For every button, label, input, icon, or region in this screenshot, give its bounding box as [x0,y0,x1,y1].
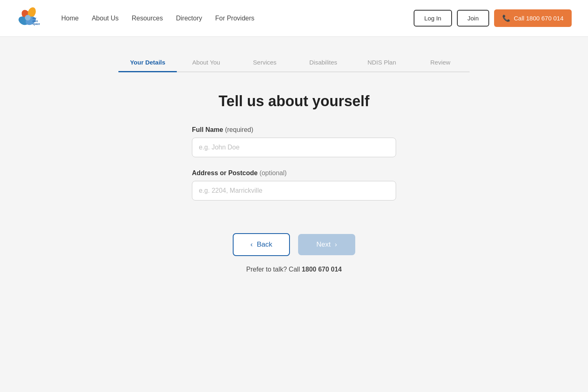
next-button[interactable]: Next › [298,234,355,255]
address-input[interactable] [192,181,396,200]
svg-point-4 [25,15,31,20]
nav-directory[interactable]: Directory [176,15,202,22]
form-section: Tell us about yourself Full Name (requir… [192,93,396,273]
address-optional: (optional) [259,169,287,176]
chevron-right-icon: › [335,241,337,249]
tab-about-you[interactable]: About You [177,53,235,71]
login-button[interactable]: Log In [414,10,452,27]
page-title: Tell us about yourself [192,93,396,110]
main-content: Your Details About You Services Disabili… [110,37,478,290]
address-group: Address or Postcode (optional) [192,169,396,200]
tab-review[interactable]: Review [411,53,470,71]
step-tabs: Your Details About You Services Disabili… [118,53,470,72]
join-button[interactable]: Join [457,10,490,27]
nav-about-us[interactable]: About Us [92,15,119,22]
full-name-label: Full Name (required) [192,126,396,134]
tab-services[interactable]: Services [236,53,294,71]
address-label: Address or Postcode (optional) [192,169,396,177]
call-button[interactable]: 📞 Call 1800 670 014 [494,9,572,27]
full-name-required: (required) [225,126,253,133]
nav-for-providers[interactable]: For Providers [215,15,254,22]
back-button[interactable]: ‹ Back [233,233,290,256]
header: my care space Home About Us Resources Di… [0,0,588,37]
prefer-to-talk: Prefer to talk? Call 1800 670 014 [192,266,396,273]
phone-number: 1800 670 014 [302,266,342,273]
svg-text:care: care [33,19,38,22]
svg-text:space: space [33,22,40,25]
tab-your-details[interactable]: Your Details [118,53,177,71]
logo[interactable]: my care space [16,4,45,33]
phone-icon: 📞 [502,14,510,22]
chevron-left-icon: ‹ [250,241,253,249]
full-name-input[interactable] [192,138,396,157]
tab-ndis-plan[interactable]: NDIS Plan [352,53,411,71]
nav-resources[interactable]: Resources [132,15,163,22]
main-nav: Home About Us Resources Directory For Pr… [61,15,414,22]
nav-home[interactable]: Home [61,15,79,22]
header-actions: Log In Join 📞 Call 1800 670 014 [414,9,572,27]
tab-disabilities[interactable]: Disabilites [294,53,352,71]
full-name-group: Full Name (required) [192,126,396,157]
bottom-actions: ‹ Back Next › [192,233,396,256]
